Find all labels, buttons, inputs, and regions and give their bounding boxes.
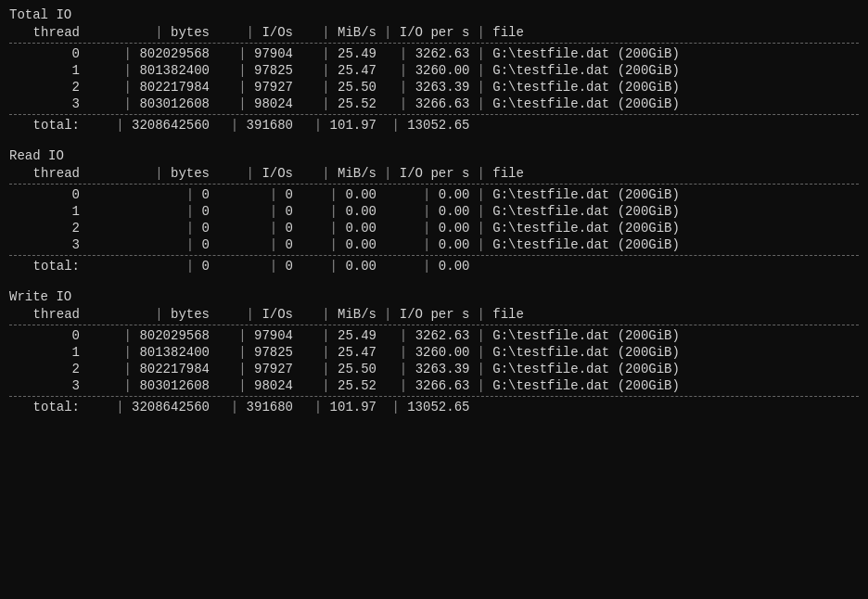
header-cell-bytes: | bytes [83,24,213,41]
data-cell-2: | 98024 [213,377,297,394]
header-cell-bytes: | bytes [83,165,213,182]
data-cell-3: | 25.52 [297,96,380,112]
header-cell-MiB-s: | MiB/s [297,24,380,41]
table-row: 1 | 801382400| 97825| 25.47| 3260.00| G:… [9,344,859,361]
data-cell-2: | 0 [213,203,297,220]
total-row: total:| 3208642560 | 391680| 101.97 | 13… [9,399,859,415]
data-cell-1: | 802029568 [83,327,213,344]
data-cell-1: | 0 [83,220,213,236]
total-ios: | 0 [213,258,297,274]
data-cell-0: 3 [9,236,83,253]
data-cell-1: | 0 [83,203,213,220]
data-cell-0: 1 [9,344,83,361]
data-cell-0: 3 [9,377,83,394]
table-write-io: thread | bytes| I/Os| MiB/s| I/O per s| … [9,306,859,415]
total-label: total: [9,258,83,274]
data-cell-2: | 98024 [213,96,297,112]
total-iops: | 0.00 [380,258,473,274]
data-cell-1: | 802029568 [83,45,213,62]
app-container: Total IOthread | bytes| I/Os| MiB/s| I/O… [9,7,859,415]
total-file-empty [473,117,859,134]
data-cell-2: | 97904 [213,45,297,62]
table-header-row: thread | bytes| I/Os| MiB/s| I/O per s| … [9,24,859,41]
header-cell-I-O-per-s: | I/O per s [380,24,473,41]
data-cell-3: | 0.00 [297,220,380,236]
data-cell-0: 1 [9,62,83,79]
data-cell-0: 2 [9,220,83,236]
data-cell-5: | G:\testfile.dat (200GiB) [473,236,859,253]
data-cell-4: | 3262.63 [380,327,473,344]
section-read-io: Read IOthread | bytes| I/Os| MiB/s| I/O … [9,148,859,274]
table-row: 0 | 802029568| 97904| 25.49| 3262.63| G:… [9,45,859,62]
section-title-read-io: Read IO [9,148,859,163]
section-title-write-io: Write IO [9,289,859,304]
total-bytes: | 3208642560 [83,399,213,415]
data-cell-5: | G:\testfile.dat (200GiB) [473,79,859,96]
data-cell-3: | 25.52 [297,377,380,394]
data-cell-0: 0 [9,327,83,344]
total-mibs: | 101.97 [297,399,380,415]
table-row: 2 | 802217984| 97927| 25.50| 3263.39| G:… [9,79,859,96]
table-row: 1 | 801382400| 97825| 25.47| 3260.00| G:… [9,62,859,79]
data-cell-5: | G:\testfile.dat (200GiB) [473,186,859,203]
table-row: 3 | 0| 0| 0.00| 0.00| G:\testfile.dat (2… [9,236,859,253]
table-row: 3 | 803012608| 98024| 25.52| 3266.63| G:… [9,377,859,394]
total-ios: | 391680 [213,117,297,134]
data-cell-0: 3 [9,96,83,112]
data-cell-1: | 0 [83,186,213,203]
data-cell-3: | 0.00 [297,236,380,253]
data-cell-3: | 25.49 [297,327,380,344]
table-row: 3 | 803012608| 98024| 25.52| 3266.63| G:… [9,96,859,112]
header-cell-file: | file [473,24,859,41]
table-read-io: thread | bytes| I/Os| MiB/s| I/O per s| … [9,165,859,274]
table-row: 2 | 802217984| 97927| 25.50| 3263.39| G:… [9,361,859,377]
data-cell-4: | 0.00 [380,236,473,253]
data-cell-1: | 801382400 [83,344,213,361]
header-cell-I-Os: | I/Os [213,165,297,182]
data-cell-2: | 97927 [213,361,297,377]
data-cell-2: | 97825 [213,62,297,79]
data-cell-3: | 0.00 [297,203,380,220]
data-cell-4: | 3263.39 [380,361,473,377]
table-row: 0 | 802029568| 97904| 25.49| 3262.63| G:… [9,327,859,344]
data-cell-1: | 803012608 [83,96,213,112]
data-cell-1: | 803012608 [83,377,213,394]
table-row: 2 | 0| 0| 0.00| 0.00| G:\testfile.dat (2… [9,220,859,236]
total-file-empty [473,258,859,274]
data-cell-3: | 0.00 [297,186,380,203]
header-cell-thread: thread [9,306,83,323]
data-cell-3: | 25.50 [297,79,380,96]
section-total-io: Total IOthread | bytes| I/Os| MiB/s| I/O… [9,7,859,134]
header-cell-I-O-per-s: | I/O per s [380,165,473,182]
data-cell-5: | G:\testfile.dat (200GiB) [473,327,859,344]
total-mibs: | 101.97 [297,117,380,134]
data-cell-2: | 0 [213,236,297,253]
header-cell-file: | file [473,306,859,323]
data-cell-5: | G:\testfile.dat (200GiB) [473,344,859,361]
data-cell-2: | 0 [213,186,297,203]
data-cell-3: | 25.47 [297,62,380,79]
table-row: 0 | 0| 0| 0.00| 0.00| G:\testfile.dat (2… [9,186,859,203]
total-iops: | 13052.65 [380,117,473,134]
data-cell-4: | 0.00 [380,220,473,236]
data-cell-2: | 0 [213,220,297,236]
data-cell-4: | 3260.00 [380,344,473,361]
data-cell-2: | 97927 [213,79,297,96]
data-cell-1: | 0 [83,236,213,253]
header-cell-I-Os: | I/Os [213,306,297,323]
header-cell-file: | file [473,165,859,182]
total-bytes: | 0 [83,258,213,274]
total-bytes: | 3208642560 [83,117,213,134]
table-header-row: thread | bytes| I/Os| MiB/s| I/O per s| … [9,306,859,323]
section-write-io: Write IOthread | bytes| I/Os| MiB/s| I/O… [9,289,859,415]
data-cell-0: 0 [9,45,83,62]
data-cell-5: | G:\testfile.dat (200GiB) [473,361,859,377]
total-label: total: [9,117,83,134]
data-cell-0: 2 [9,361,83,377]
data-cell-1: | 802217984 [83,79,213,96]
total-row: total:| 3208642560 | 391680| 101.97 | 13… [9,117,859,134]
data-cell-0: 2 [9,79,83,96]
header-cell-thread: thread [9,24,83,41]
total-iops: | 13052.65 [380,399,473,415]
data-cell-4: | 3266.63 [380,96,473,112]
